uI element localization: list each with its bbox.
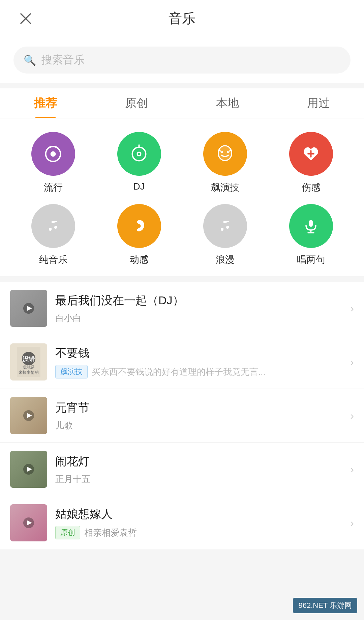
category-romantic[interactable]: 浪漫: [182, 204, 268, 266]
svg-rect-17: [309, 220, 313, 227]
song-title: 姑娘想嫁人: [55, 506, 340, 522]
song-thumbnail: [10, 504, 47, 541]
chevron-right-icon: ›: [350, 517, 354, 529]
song-info: 最后我们没在一起（DJ） 白小白: [47, 293, 347, 324]
category-icon-pure: [31, 204, 75, 248]
song-info: 元宵节 儿歌: [47, 400, 347, 431]
category-label-pure: 纯音乐: [39, 253, 67, 266]
song-list: 最后我们没在一起（DJ） 白小白 › 没错 我就是 来搞事情的 不要钱 飙演技 …: [0, 282, 364, 550]
category-label-sing: 唱两句: [297, 253, 325, 266]
song-thumbnail: [10, 397, 47, 434]
page-title: 音乐: [169, 9, 195, 28]
song-title: 闹花灯: [55, 454, 340, 469]
search-section: 🔍 搜索音乐: [0, 37, 364, 83]
category-popular[interactable]: 流行: [10, 132, 96, 194]
category-icon-dj: [117, 132, 161, 176]
song-artist: 正月十五: [55, 473, 90, 485]
song-meta: 儿歌: [55, 420, 340, 431]
category-label-sad: 伤感: [302, 181, 321, 194]
category-icon-sad: [289, 132, 333, 176]
play-icon: [23, 410, 35, 422]
song-meta: 正月十五: [55, 473, 340, 485]
song-info: 不要钱 飙演技 买东西不要钱说的好有道理的样子我竟无言...: [47, 345, 347, 378]
tab-local[interactable]: 本地: [182, 88, 273, 118]
chevron-right-icon: ›: [350, 410, 354, 422]
category-sad[interactable]: 伤感: [268, 132, 354, 194]
song-tag: 原创: [55, 526, 80, 539]
tab-original[interactable]: 原创: [91, 88, 182, 118]
song-thumbnail: [10, 290, 47, 327]
category-icon-romantic: [203, 204, 247, 248]
song-item[interactable]: 最后我们没在一起（DJ） 白小白 ›: [0, 282, 364, 335]
song-info: 姑娘想嫁人 原创 相亲相爱袁哲: [47, 506, 347, 539]
play-icon: [23, 517, 35, 529]
svg-line-11: [229, 150, 231, 151]
song-artist: 儿歌: [55, 420, 73, 431]
song-meta: 原创 相亲相爱袁哲: [55, 526, 340, 539]
tab-recommend[interactable]: 推荐: [0, 88, 91, 118]
svg-point-6: [138, 153, 140, 155]
category-acrobatic[interactable]: 飙演技: [182, 132, 268, 194]
chevron-right-icon: ›: [350, 302, 354, 315]
song-meta: 白小白: [55, 312, 340, 324]
song-item[interactable]: 没错 我就是 来搞事情的 不要钱 飙演技 买东西不要钱说的好有道理的样子我竟无言…: [0, 335, 364, 389]
svg-text:来搞事情的: 来搞事情的: [19, 370, 39, 375]
search-bar[interactable]: 🔍 搜索音乐: [13, 47, 351, 74]
play-icon: [23, 463, 35, 475]
song-item[interactable]: 闹花灯 正月十五 ›: [0, 443, 364, 496]
category-label-dj: DJ: [133, 181, 145, 192]
category-label-acrobatic: 飙演技: [211, 181, 239, 194]
category-grid: 流行 DJ 飙演技 伤感 纯音乐: [10, 132, 354, 266]
category-label-romantic: 浪漫: [216, 253, 235, 266]
category-dj[interactable]: DJ: [96, 132, 182, 194]
svg-point-12: [221, 151, 223, 153]
category-label-popular: 流行: [44, 181, 63, 194]
song-item[interactable]: 元宵节 儿歌 ›: [0, 389, 364, 443]
song-desc: 买东西不要钱说的好有道理的样子我竟无言...: [92, 366, 266, 378]
song-artist: 相亲相爱袁哲: [84, 527, 137, 539]
svg-text:我就是: 我就是: [23, 365, 35, 370]
close-icon: [19, 12, 32, 25]
category-icon-acrobatic: [203, 132, 247, 176]
svg-point-13: [227, 151, 229, 153]
svg-point-3: [51, 151, 56, 157]
song-title: 最后我们没在一起（DJ）: [55, 293, 340, 308]
search-icon: 🔍: [24, 54, 36, 66]
song-thumbnail: 没错 我就是 来搞事情的: [10, 343, 47, 381]
tabs: 推荐 原创 本地 用过: [0, 88, 364, 118]
svg-point-9: [218, 146, 232, 161]
watermark: 962.NET 乐游网: [293, 598, 357, 613]
svg-text:没错: 没错: [23, 356, 35, 362]
song-title: 不要钱: [55, 345, 340, 361]
song-item[interactable]: 姑娘想嫁人 原创 相亲相爱袁哲 ›: [0, 496, 364, 550]
category-pure[interactable]: 纯音乐: [10, 204, 96, 266]
song-art-icon: 没错 我就是 来搞事情的: [17, 347, 40, 377]
song-artist: 白小白: [55, 312, 82, 324]
search-placeholder: 搜索音乐: [41, 53, 85, 67]
play-icon: [23, 302, 35, 314]
song-info: 闹花灯 正月十五: [47, 454, 347, 485]
header: 音乐: [0, 0, 364, 37]
song-title: 元宵节: [55, 400, 340, 416]
category-sing[interactable]: 唱两句: [268, 204, 354, 266]
category-label-dynamic: 动感: [130, 253, 149, 266]
svg-line-10: [219, 150, 221, 151]
chevron-right-icon: ›: [350, 463, 354, 476]
svg-point-16: [138, 224, 141, 228]
song-meta: 飙演技 买东西不要钱说的好有道理的样子我竟无言...: [55, 365, 340, 378]
close-button[interactable]: [17, 10, 34, 27]
song-thumbnail: [10, 451, 47, 488]
category-icon-sing: [289, 204, 333, 248]
category-icon-popular: [31, 132, 75, 176]
song-tag: 飙演技: [55, 365, 88, 378]
category-dynamic[interactable]: 动感: [96, 204, 182, 266]
category-section: 流行 DJ 飙演技 伤感 纯音乐: [0, 118, 364, 276]
category-icon-dynamic: [117, 204, 161, 248]
tab-used[interactable]: 用过: [273, 88, 364, 118]
chevron-right-icon: ›: [350, 356, 354, 368]
